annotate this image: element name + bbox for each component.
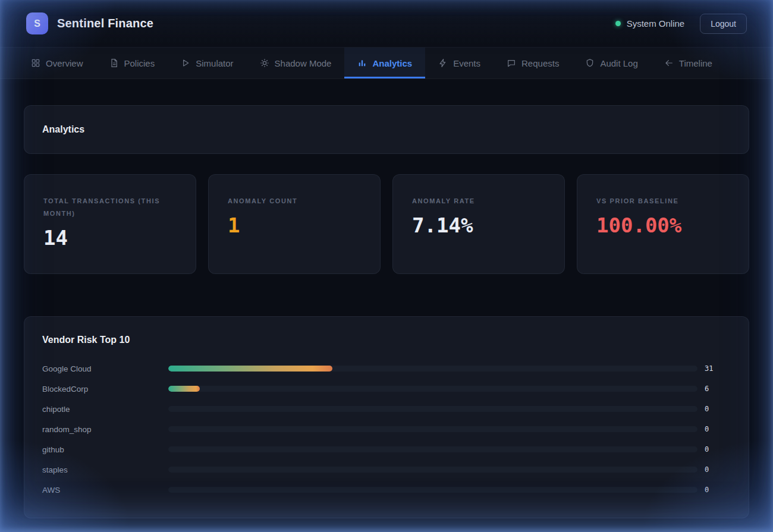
stat-label: VS PRIOR BASELINE	[596, 195, 733, 207]
bar-track	[168, 467, 697, 473]
app-window: S Sentinel Finance System Online Logout …	[0, 0, 773, 532]
shield-icon	[585, 58, 595, 68]
logo-letter: S	[34, 18, 40, 29]
top-bar: S Sentinel Finance System Online Logout	[0, 0, 773, 48]
status-label: System Online	[627, 18, 685, 29]
vendor-value: 0	[697, 405, 731, 413]
vendor-value: 0	[697, 445, 731, 454]
stat-value: 14	[43, 226, 180, 250]
bar-track	[168, 386, 697, 392]
analytics-header-card: Analytics	[24, 105, 749, 154]
tab-label: Requests	[521, 58, 559, 68]
lightning-icon	[438, 58, 448, 68]
vendor-label: AWS	[42, 486, 168, 495]
bar-chart-icon	[357, 58, 367, 68]
vendor-label: staples	[42, 465, 168, 474]
bar-track	[168, 426, 697, 432]
tab-label: Overview	[46, 58, 83, 68]
tab-policies[interactable]: Policies	[96, 48, 168, 78]
vendor-value: 0	[697, 465, 731, 474]
bar-fill	[168, 366, 332, 372]
stat-label: ANOMALY COUNT	[228, 195, 364, 207]
top-bar-right: System Online Logout	[615, 14, 747, 34]
bar-track	[168, 366, 697, 372]
stats-row: TOTAL TRANSACTIONS (THIS MONTH) 14 ANOMA…	[24, 174, 749, 274]
status-dot-icon	[615, 21, 621, 26]
chart-row: github 0	[42, 439, 731, 459]
tab-overview[interactable]: Overview	[18, 48, 96, 78]
chart-row: BlockedCorp 6	[42, 379, 731, 399]
tab-audit-log[interactable]: Audit Log	[572, 48, 651, 78]
stat-card-total-transactions: TOTAL TRANSACTIONS (THIS MONTH) 14	[24, 174, 196, 274]
brand: S Sentinel Finance	[26, 12, 153, 34]
tab-analytics[interactable]: Analytics	[344, 48, 425, 78]
main-content: Analytics TOTAL TRANSACTIONS (THIS MONTH…	[0, 79, 773, 518]
play-icon	[181, 58, 190, 68]
tab-simulator[interactable]: Simulator	[168, 48, 246, 78]
tab-label: Simulator	[196, 58, 233, 68]
page-title: Analytics	[42, 124, 84, 135]
bar-fill	[168, 386, 200, 392]
system-status: System Online	[615, 18, 685, 29]
chart-title: Vendor Risk Top 10	[42, 335, 731, 345]
tab-label: Shadow Mode	[275, 58, 332, 68]
vendor-label: github	[42, 445, 168, 454]
tab-events[interactable]: Events	[425, 48, 494, 78]
vendor-label: BlockedCorp	[42, 385, 168, 394]
stat-card-vs-prior-baseline: VS PRIOR BASELINE 100.00%	[577, 174, 749, 274]
bar-track	[168, 446, 697, 452]
chart-row: staples 0	[42, 459, 731, 480]
tab-label: Events	[453, 58, 480, 68]
vendor-value: 6	[697, 385, 731, 393]
tab-label: Policies	[124, 58, 155, 68]
vendor-value: 31	[697, 364, 731, 373]
vendor-label: chipotle	[42, 405, 168, 414]
tab-shadow-mode[interactable]: Shadow Mode	[247, 48, 345, 78]
main-nav-tabs: Overview Policies Simulator Shadow Mode …	[0, 48, 773, 79]
bar-track	[168, 487, 697, 493]
tab-requests[interactable]: Requests	[494, 48, 572, 78]
logout-button[interactable]: Logout	[700, 14, 747, 34]
app-title: Sentinel Finance	[57, 17, 153, 30]
stat-value: 1	[228, 213, 364, 237]
vendor-value: 0	[697, 425, 731, 433]
sun-icon	[260, 58, 269, 68]
document-icon	[109, 58, 119, 68]
chart-row: AWS 0	[42, 480, 731, 500]
chart-row: Google Cloud 31	[42, 358, 731, 379]
arrow-left-icon	[664, 58, 674, 68]
vendor-label: random_shop	[42, 425, 168, 434]
stat-value: 7.14%	[412, 213, 549, 237]
stat-value: 100.00%	[596, 213, 733, 237]
chart-row: random_shop 0	[42, 419, 731, 439]
stat-card-anomaly-count: ANOMALY COUNT 1	[208, 174, 381, 274]
chart-row: chipotle 0	[42, 399, 731, 419]
stat-card-anomaly-rate: ANOMALY RATE 7.14%	[392, 174, 565, 274]
tab-label: Audit Log	[600, 58, 637, 68]
tab-timeline[interactable]: Timeline	[651, 48, 725, 78]
stat-label: TOTAL TRANSACTIONS (THIS MONTH)	[43, 195, 180, 220]
stat-label: ANOMALY RATE	[412, 195, 549, 207]
vendor-value: 0	[697, 486, 731, 494]
tab-label: Analytics	[372, 58, 412, 68]
tab-label: Timeline	[679, 58, 712, 68]
chat-icon	[507, 58, 516, 68]
vendor-label: Google Cloud	[42, 364, 168, 373]
bar-track	[168, 406, 697, 412]
grid-icon	[31, 58, 40, 68]
app-logo: S	[26, 12, 48, 34]
vendor-risk-chart-card: Vendor Risk Top 10 Google Cloud 31 Block…	[24, 316, 749, 518]
